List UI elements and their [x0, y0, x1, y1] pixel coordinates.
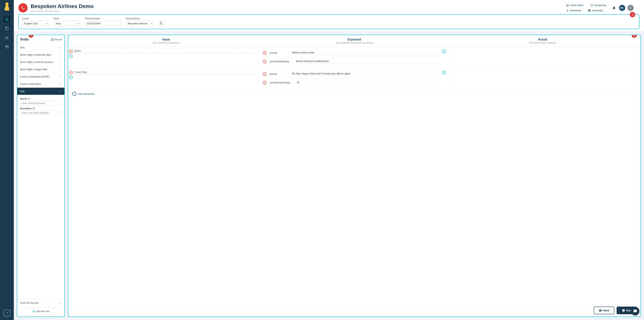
phone-input[interactable]: [85, 21, 121, 26]
test-item-dots[interactable]: ⋯: [59, 68, 62, 71]
sidebar-item-card[interactable]: [4, 43, 10, 50]
expected-row-1-0: ✕ prompt : airlines contact center: [263, 50, 440, 56]
col-sub-actual: (The actual device response): [529, 42, 556, 44]
add-test-button[interactable]: ⊕ Add new test: [20, 307, 62, 315]
interaction-expected-cell-1: ✕ prompt : airlines contact center ✕ set…: [259, 47, 450, 68]
test-item-dots[interactable]: ⋯: [59, 46, 62, 49]
virtual-device-select-wrap: Bespoken Demos: [126, 21, 154, 26]
audio-file-dots[interactable]: ⋯: [60, 301, 62, 304]
expected-key-2-0: prompt: [270, 73, 285, 75]
tests-footer: Audio file example ⋯ ⊕ Add new test: [17, 298, 64, 316]
interaction-inner-1: ✕ + $DIAL ✕ prompt: [68, 47, 640, 68]
interactions-badge: 3: [632, 35, 637, 38]
interaction-input-text-2: I need help: [74, 71, 255, 75]
avatar-secondary: S: [628, 5, 634, 11]
test-item-help[interactable]: Help ⋯: [17, 88, 64, 95]
more-menu-icon[interactable]: ⋮: [636, 6, 640, 10]
tests-panel-header: Tests Run all: [17, 35, 64, 44]
copy-device-icon[interactable]: [158, 20, 164, 27]
virtual-device-select[interactable]: Bespoken Demos: [126, 21, 154, 26]
header-top: Bespoken Airlines Demo Enter a test suit…: [18, 3, 640, 13]
test-item-dots[interactable]: ⋯: [59, 75, 62, 79]
interaction-add-sub-1[interactable]: +: [69, 55, 73, 58]
expected-add-2[interactable]: +: [442, 71, 446, 75]
expected-remove-2-0[interactable]: ✕: [263, 72, 266, 76]
audio-file-label: Audio file example: [20, 301, 39, 304]
monitoring-label: Monitoring: [594, 4, 606, 7]
test-detail-section: Test ID i Description i: [17, 95, 64, 119]
add-test-label: Add new test: [36, 310, 49, 313]
interaction-add-sub-2[interactable]: +: [69, 76, 73, 79]
app-logo: [3, 2, 11, 11]
expected-row-2-1: ✕ set listeningTimeout : 15: [263, 79, 440, 86]
expected-value-2-1: 15: [297, 81, 440, 84]
interactions-footer: Save Run: [68, 304, 640, 316]
test-item-label: Book a flight, confirm the cities: [20, 54, 51, 56]
yaml-editor-button[interactable]: YAML Editor: [565, 3, 585, 8]
notification-bell[interactable]: [612, 5, 617, 11]
download-button[interactable]: Download: [565, 8, 583, 13]
test-item-cancel[interactable]: Cancel a reservation ⋯: [17, 80, 64, 88]
virtual-device-label: Virtual Device: [126, 17, 154, 20]
interaction-actual-cell-1: [450, 47, 640, 68]
expected-cell-inner-2: ✕ prompt : Ok, help. Hang in there and I…: [263, 71, 446, 86]
test-item-book-change[interactable]: Book a flight, change cities ⋯: [17, 66, 64, 73]
test-item-label: Cancel a reservation: [20, 83, 41, 85]
add-interaction-plus-icon: +: [72, 92, 76, 96]
interaction-remove-1[interactable]: ✕: [69, 50, 73, 53]
test-item-label: Book a flight, change cities: [20, 68, 47, 71]
advanced-button[interactable]: Advanced: [586, 8, 604, 13]
test-item-dots[interactable]: ⋯: [59, 53, 62, 57]
sidebar-item-chart[interactable]: [4, 34, 10, 41]
expected-add-1[interactable]: +: [442, 50, 446, 53]
test-id-label: Test ID i: [20, 98, 62, 100]
locale-field: Locale English (US): [22, 17, 49, 26]
advanced-label: Advanced: [592, 9, 603, 12]
test-item-label: Help: [20, 90, 25, 93]
interactions-panel: 3 Input (Your question to the device) Ex…: [68, 35, 641, 317]
expected-cell-inner-1: ✕ prompt : airlines contact center ✕ set…: [263, 50, 446, 65]
expected-remove-2-1[interactable]: ✕: [263, 81, 266, 85]
phone-label: Phone Number: [85, 17, 121, 20]
expected-colon-1-0: :: [288, 52, 289, 54]
sidebar-item-copy[interactable]: [4, 25, 10, 32]
description-input[interactable]: [20, 111, 62, 115]
save-button[interactable]: Save: [594, 306, 614, 314]
run-all-button[interactable]: Run all: [51, 38, 62, 41]
test-item-book-cancel[interactable]: Book a flight, cancel the process ⋯: [17, 59, 64, 66]
expected-remove-1-1[interactable]: ✕: [263, 60, 266, 64]
add-interaction-button[interactable]: + Add Interaction: [72, 92, 94, 96]
test-item-cancel-dtmf[interactable]: Cancel a reservation (DTMF) ⋯: [17, 73, 64, 80]
test-item-book-cities[interactable]: Book a flight, confirm the cities ⋯: [17, 51, 64, 59]
test-item-dots[interactable]: ⋯: [59, 60, 62, 64]
expected-value-2-0: Ok, help. Hang in there and I'll connect…: [292, 72, 440, 76]
interaction-remove-2[interactable]: ✕: [69, 71, 73, 75]
test-item-dots[interactable]: ⋯: [59, 82, 62, 86]
main-content: Bespoken Airlines Demo Enter a test suit…: [14, 0, 644, 320]
sidebar-item-mic[interactable]: [4, 16, 10, 23]
svg-point-3: [8, 8, 9, 11]
interactions-header: Input (Your question to the device) Expe…: [68, 35, 640, 47]
expected-row-2-0: ✕ prompt : Ok, help. Hang in there and I…: [263, 71, 440, 78]
download-label: Download: [570, 9, 581, 12]
add-test-plus-icon: ⊕: [32, 309, 35, 313]
audio-file-item[interactable]: Audio file example ⋯: [20, 300, 62, 306]
monitoring-button[interactable]: Monitoring: [589, 3, 608, 8]
test-item-dots[interactable]: ⋯: [59, 89, 62, 93]
header: Bespoken Airlines Demo Enter a test suit…: [14, 0, 644, 32]
voice-select[interactable]: Joey: [53, 21, 80, 26]
run-label: Run: [626, 309, 631, 312]
test-id-input[interactable]: [20, 101, 62, 106]
run-all-label: Run all: [55, 38, 62, 41]
app-subtitle: Enter a test suite description...: [31, 10, 94, 13]
expected-remove-1-0[interactable]: ✕: [263, 51, 266, 55]
header-toolbar-row1: YAML Editor Monitoring: [565, 3, 608, 8]
locale-select[interactable]: English (US): [22, 21, 49, 26]
svg-point-4: [6, 3, 6, 5]
sidebar-item-help[interactable]: ?: [4, 310, 10, 316]
chat-bubble[interactable]: [631, 307, 640, 315]
virtual-device-field: Virtual Device Bespoken Demos: [126, 17, 154, 26]
interaction-expected-cell-2: ✕ prompt : Ok, help. Hang in there and I…: [259, 68, 450, 89]
col-title-expected: Expected: [348, 38, 361, 41]
test-item-dial[interactable]: DIAL ⋯: [17, 44, 64, 51]
